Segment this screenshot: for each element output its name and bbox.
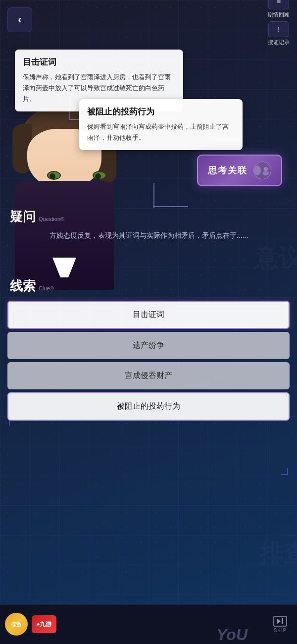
bottom-bar: ③游 ♠九游 YoU SKIP: [0, 604, 297, 644]
logo-3you-text: ③游: [11, 622, 21, 627]
clue-card-2[interactable]: 被阻止的投药行为 保姆看到宫雨泽向宫成药壶中投药，上前阻止了宫雨泽，并劝他收手。: [79, 99, 243, 150]
svg-rect-3: [282, 618, 283, 624]
svg-marker-2: [277, 618, 281, 624]
clue-card-1-title: 目击证词: [23, 56, 175, 68]
think-relate-label: 思考关联: [208, 164, 248, 176]
skip-button[interactable]: SKIP: [273, 616, 287, 633]
clue-title-en: Clue®: [39, 285, 54, 291]
question-title-cn: 疑问: [10, 208, 36, 225]
clue-item-2[interactable]: 宫成侵吞财产: [7, 362, 290, 389]
evidence-record-label: 搜证记录: [268, 39, 290, 46]
clue-section: 线索 Clue® 目击证词 遗产纷争 宫成侵吞财产 被阻止的投药行为: [0, 277, 297, 421]
back-button[interactable]: ‹: [7, 7, 32, 32]
question-title-en: Question®: [39, 216, 64, 222]
think-avatar-icon: [253, 161, 271, 179]
story-review-label: 剧情回顾: [268, 11, 290, 18]
story-review-icon: ≡: [268, 0, 289, 9]
char-eyes: [47, 171, 106, 180]
clue-item-0[interactable]: 目击证词: [7, 301, 290, 329]
bracket-bottom-right: [281, 468, 288, 475]
connector-line-4: [153, 206, 188, 207]
clue-header: 线索 Clue®: [0, 277, 297, 295]
clue-item-1[interactable]: 遗产纷争: [7, 332, 290, 359]
you-watermark: YoU: [216, 626, 248, 644]
svg-point-0: [264, 167, 268, 171]
connector-line-3: [153, 183, 154, 208]
logo-3you: ③游: [5, 613, 28, 636]
think-relate-button[interactable]: 思考关联: [197, 155, 282, 186]
char-eye-left: [47, 171, 61, 180]
question-text: 方姨态度反复，表现为其证词与实际作为相矛盾，矛盾点在于......: [0, 229, 297, 242]
top-navigation: ‹ ≡ 剧情回顾 ! 搜证记录: [0, 0, 297, 40]
question-section: 疑问 Question® 方姨态度反复，表现为其证词与实际作为相矛盾，矛盾点在于…: [0, 208, 297, 242]
story-review-button[interactable]: ≡ 剧情回顾: [268, 0, 290, 18]
logo-area: ③游 ♠九游: [0, 604, 99, 644]
clue-item-0-label: 目击证词: [133, 310, 164, 320]
clue-card-2-title: 被阻止的投药行为: [87, 106, 235, 117]
logo-jiuyou: ♠九游: [32, 615, 56, 633]
clue-card-2-text: 保姆看到宫雨泽向宫成药壶中投药，上前阻止了宫雨泽，并劝他收手。: [87, 121, 235, 143]
clue-item-3-label: 被阻止的投药行为: [117, 401, 180, 412]
evidence-record-icon: !: [268, 21, 289, 37]
question-header: 疑问 Question®: [0, 208, 297, 225]
clue-cards-area: 目击证词 保姆声称，她看到了宫雨泽进入厨房，也看到了宫雨泽向药壶中放入了可以导致…: [15, 50, 292, 111]
skip-label: SKIP: [274, 628, 287, 633]
svg-point-1: [263, 171, 269, 175]
skip-icon: [273, 616, 287, 627]
logo-jiuyou-text: ♠九游: [37, 620, 51, 629]
clue-item-2-label: 宫成侵吞财产: [125, 371, 172, 381]
clue-item-1-label: 遗产纷争: [133, 340, 164, 351]
evidence-record-button[interactable]: ! 搜证记录: [268, 21, 290, 46]
clue-title-cn: 线索: [10, 277, 36, 295]
char-collar: [45, 258, 84, 277]
clue-item-3[interactable]: 被阻止的投药行为: [7, 392, 290, 421]
back-arrow-icon: ‹: [18, 13, 21, 26]
clue-list: 目击证词 遗产纷争 宫成侵吞财产 被阻止的投药行为: [0, 301, 297, 421]
right-buttons: ≡ 剧情回顾 ! 搜证记录: [268, 0, 290, 46]
char-eye-right: [93, 171, 106, 180]
